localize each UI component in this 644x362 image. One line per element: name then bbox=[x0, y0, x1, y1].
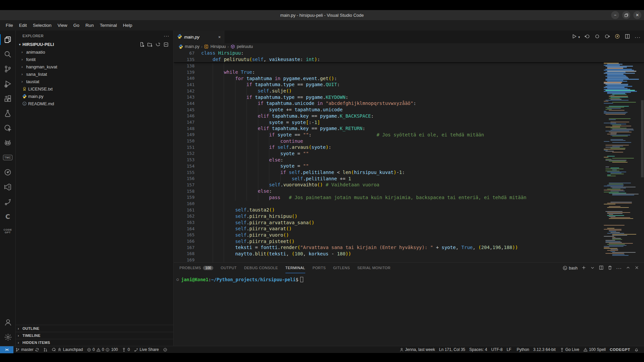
new-terminal-icon[interactable] bbox=[581, 265, 586, 271]
folder-taustat[interactable]: ›taustat bbox=[16, 78, 173, 85]
tab-main-py[interactable]: main.py × bbox=[174, 31, 224, 43]
minimap-line bbox=[605, 211, 623, 212]
menu-run[interactable]: Run bbox=[83, 21, 97, 29]
extension-run-icon[interactable] bbox=[614, 34, 620, 40]
section-outline[interactable]: ›OUTLINE bbox=[16, 325, 173, 332]
line-content: syote += tapahtuma.unicode bbox=[195, 107, 342, 112]
activity-source-control-icon[interactable] bbox=[0, 62, 16, 76]
activity-extensions-icon[interactable] bbox=[0, 91, 16, 106]
status-go-live[interactable]: Go Live bbox=[558, 346, 581, 353]
new-folder-icon[interactable] bbox=[147, 42, 153, 47]
more-actions-icon[interactable]: ··· bbox=[635, 34, 641, 40]
panel-tab-serial-monitor[interactable]: SERIAL MONITOR bbox=[357, 263, 390, 273]
status-pull-request[interactable] bbox=[41, 346, 50, 353]
status-python-interpreter[interactable]: 3.12.3 64-bit bbox=[531, 346, 558, 353]
status-launchpad[interactable]: Launchpad bbox=[50, 346, 85, 353]
menu-view[interactable]: View bbox=[55, 21, 70, 29]
breadcrumb-item[interactable]: peliruutu bbox=[237, 44, 253, 49]
minimap[interactable] bbox=[603, 50, 641, 262]
panel-tab-terminal[interactable]: TERMINAL bbox=[285, 263, 305, 273]
panel-more-icon[interactable]: ··· bbox=[616, 265, 622, 271]
menu-edit[interactable]: Edit bbox=[16, 21, 30, 29]
nav-back-circle-icon[interactable] bbox=[584, 34, 590, 40]
status-live-share[interactable]: Live Share bbox=[132, 346, 161, 353]
folder-animaatio[interactable]: ›animaatio bbox=[16, 48, 173, 56]
file-readme-md[interactable]: README.md bbox=[16, 100, 173, 107]
breadcrumb-item[interactable]: main.py bbox=[185, 44, 200, 49]
status-eol-sequence[interactable]: LF bbox=[504, 346, 513, 353]
status-problems-summary[interactable]: 00100 bbox=[85, 346, 120, 353]
split-terminal-icon[interactable] bbox=[599, 265, 604, 271]
collapse-all-icon[interactable] bbox=[163, 42, 169, 47]
folder-hangman-kuvat[interactable]: ›hangman_kuvat bbox=[16, 63, 173, 70]
terminal[interactable]: ○ jani@Kone1 : ~/Python_projects/hirsipu… bbox=[174, 273, 644, 282]
folder-sana-listat[interactable]: ›sana_listat bbox=[16, 70, 173, 78]
panel-tab-debug-console[interactable]: DEBUG CONSOLE bbox=[244, 263, 278, 273]
panel-tab-output[interactable]: OUTPUT bbox=[221, 263, 237, 273]
activity-explorer-icon[interactable] bbox=[0, 32, 16, 47]
status-ports-forwarded[interactable]: 0 bbox=[120, 346, 132, 353]
activity-accounts-icon[interactable] bbox=[0, 315, 16, 330]
file-license-txt[interactable]: LICENSE.txt bbox=[16, 85, 173, 93]
menu-file[interactable]: File bbox=[3, 21, 16, 29]
file-main-py[interactable]: main.py bbox=[16, 93, 173, 100]
activity-live-preview-icon[interactable] bbox=[0, 121, 16, 135]
panel-tab-problems[interactable]: PROBLEMS100 bbox=[179, 263, 213, 273]
remote-indicator[interactable]: >< bbox=[0, 346, 13, 353]
status-language-mode[interactable]: Python bbox=[513, 346, 531, 353]
status-spell-checker[interactable]: 100 Spell bbox=[581, 346, 608, 353]
status-git-branch-status[interactable]: master bbox=[13, 346, 41, 353]
status-indentation[interactable]: Spaces: 4 bbox=[467, 346, 489, 353]
activity-ci-circle-icon[interactable] bbox=[0, 165, 16, 180]
status-task-status[interactable] bbox=[161, 346, 169, 353]
menu-terminal[interactable]: Terminal bbox=[97, 21, 120, 29]
breadcrumb-item[interactable]: Hirsipuu bbox=[210, 44, 226, 49]
activity-codegpt-text-icon[interactable]: CODEGPT bbox=[0, 224, 16, 239]
activity-testing-icon[interactable] bbox=[0, 106, 16, 121]
close-icon[interactable]: ✕ bbox=[633, 11, 641, 19]
restore-icon[interactable] bbox=[622, 11, 630, 19]
run-dropdown-icon[interactable]: ▾ bbox=[578, 35, 580, 39]
kill-terminal-icon[interactable] bbox=[607, 265, 612, 271]
activity-codegpt-c-icon[interactable]: C bbox=[0, 209, 16, 224]
new-file-icon[interactable] bbox=[139, 42, 145, 47]
section-hidden-items[interactable]: ›HIDDEN ITEMS bbox=[16, 339, 173, 346]
section-timeline[interactable]: ›TIMELINE bbox=[16, 332, 173, 339]
minimize-icon[interactable]: − bbox=[611, 11, 619, 19]
tab-close-icon[interactable]: × bbox=[218, 35, 221, 40]
menu-go[interactable]: Go bbox=[70, 21, 83, 29]
menu-help[interactable]: Help bbox=[120, 21, 135, 29]
vscode-window: main.py - hirsipuu-peli - Visual Studio … bbox=[0, 0, 644, 362]
circle-icon[interactable] bbox=[594, 34, 600, 40]
panel-tab-ports[interactable]: PORTS bbox=[313, 263, 326, 273]
scrollbar-slider[interactable] bbox=[641, 100, 644, 177]
vertical-scrollbar[interactable] bbox=[641, 50, 644, 262]
project-root-row[interactable]: ▾ HIRSIPUU-PELI bbox=[16, 41, 173, 48]
folder-fontit[interactable]: ›fontit bbox=[16, 56, 173, 63]
activity-settings-icon[interactable] bbox=[0, 330, 16, 345]
shell-selector[interactable]: bash bbox=[562, 265, 578, 270]
panel-tab-gitlens[interactable]: GITLENS bbox=[333, 263, 350, 273]
split-editor-icon[interactable] bbox=[625, 34, 630, 40]
activity-robot-icon[interactable] bbox=[0, 135, 16, 150]
activity-run-and-debug-icon[interactable] bbox=[0, 76, 16, 91]
nav-forward-circle-icon[interactable] bbox=[604, 34, 610, 40]
terminal-dropdown-icon[interactable] bbox=[590, 265, 595, 271]
activity-search-icon[interactable] bbox=[0, 47, 16, 62]
menu-selection[interactable]: Selection bbox=[30, 21, 55, 29]
command-decoration-icon[interactable]: ○ bbox=[175, 277, 180, 282]
activity-live-share-icon[interactable] bbox=[0, 194, 16, 209]
activity-visual-studio-icon[interactable] bbox=[0, 180, 16, 194]
close-panel-icon[interactable] bbox=[634, 265, 639, 271]
status-cursor-position[interactable]: Ln 171, Col 35 bbox=[437, 346, 467, 353]
code-editor[interactable]: 67class Hirsipuu:135 def peliruutu(self,… bbox=[174, 50, 644, 262]
status-notifications[interactable] bbox=[632, 346, 641, 353]
explorer-more-icon[interactable]: ··· bbox=[164, 33, 169, 39]
status-codegpt[interactable]: CODEGPT bbox=[608, 346, 632, 353]
refresh-icon[interactable] bbox=[155, 42, 161, 47]
activity-tmc-icon[interactable]: TMC bbox=[0, 150, 16, 165]
status-encoding[interactable]: UTF-8 bbox=[489, 346, 504, 353]
maximize-panel-icon[interactable] bbox=[626, 265, 631, 271]
status-gitlens-blame[interactable]: Jenna, last week bbox=[397, 346, 437, 353]
run-python-file-icon[interactable] bbox=[571, 34, 577, 40]
